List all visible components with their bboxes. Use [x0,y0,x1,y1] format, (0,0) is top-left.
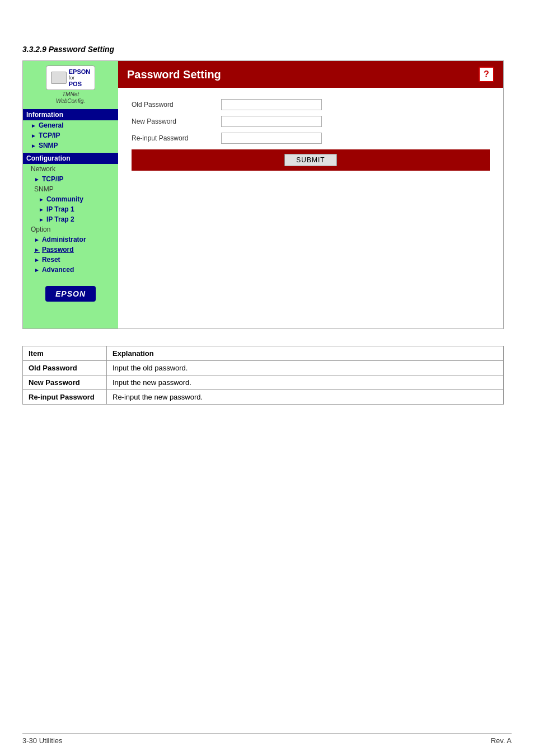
table-cell-explanation: Input the old password. [107,361,504,375]
arrow-icon: ► [39,196,44,203]
arrow-icon: ► [34,267,40,273]
arrow-icon: ► [39,206,44,213]
arrow-icon: ► [34,257,40,263]
table-row: Re-input PasswordRe-input the new passwo… [23,390,504,405]
reference-table: Item Explanation Old PasswordInput the o… [22,346,504,405]
old-password-row: Old Password [132,99,490,110]
sidebar-item-community[interactable]: ► Community [23,194,118,204]
page-footer: 3-30 Utilities Rev. A [22,734,512,745]
help-icon[interactable]: ? [479,67,494,82]
sidebar-item-reset[interactable]: ► Reset [23,255,118,265]
submit-button[interactable]: SUBMIT [284,154,336,166]
arrow-icon: ► [34,247,40,253]
sidebar-item-administrator[interactable]: ► Administrator [23,234,118,245]
epson-brand-label: EPSON [45,286,96,302]
new-password-label: New Password [132,118,221,125]
sidebar-item-iptrap2[interactable]: ► IP Trap 2 [23,214,118,224]
reinput-password-row: Re-input Password [132,133,490,144]
tmnet-label: TMNetWebConfig. [56,91,85,105]
arrow-icon: ► [31,123,36,129]
sidebar-item-snmp-info[interactable]: ► SNMP [23,140,118,151]
arrow-icon: ► [34,237,40,243]
sidebar-item-snmp: SNMP [23,184,118,194]
table-cell-item: Old Password [23,361,107,375]
arrow-icon: ► [31,133,36,139]
sidebar-item-tcpip[interactable]: ► TCP/IP [23,174,118,184]
table-row: New PasswordInput the new password. [23,375,504,390]
new-password-input[interactable] [221,116,322,127]
arrow-icon: ► [31,143,36,149]
sidebar-item-password[interactable]: ► Password [23,245,118,255]
config-header: Configuration [23,153,118,164]
reinput-password-label: Re-input Password [132,134,221,142]
main-content: Password Setting ? Old Password New Pass… [118,61,503,328]
submit-bar: SUBMIT [132,149,490,171]
printer-icon [51,72,67,84]
main-body: Old Password New Password Re-input Passw… [118,88,503,328]
footer-left: 3-30 Utilities [22,736,63,745]
table-cell-explanation: Re-input the new password. [107,390,504,405]
sidebar-item-iptrap1[interactable]: ► IP Trap 1 [23,204,118,214]
table-row: Old PasswordInput the old password. [23,361,504,375]
footer-right: Rev. A [491,736,512,745]
arrow-icon: ► [39,217,44,223]
table-cell-item: Re-input Password [23,390,107,405]
sidebar-logo: EPSON for POS TMNetWebConfig. [23,61,118,107]
old-password-input[interactable] [221,99,322,110]
info-header: Information [23,109,118,120]
sidebar-item-tcpip-info[interactable]: ► TCP/IP [23,130,118,140]
logo-box: EPSON for POS [46,65,96,90]
table-cell-item: New Password [23,375,107,390]
table-header-explanation: Explanation [107,346,504,361]
old-password-label: Old Password [132,101,221,109]
sidebar: EPSON for POS TMNetWebConfig. Informatio… [23,61,118,328]
browser-frame: EPSON for POS TMNetWebConfig. Informatio… [22,60,504,329]
sidebar-item-general[interactable]: ► General [23,120,118,130]
table-cell-explanation: Input the new password. [107,375,504,390]
new-password-row: New Password [132,116,490,127]
reinput-password-input[interactable] [221,133,322,144]
page-title: Password Setting [127,68,221,81]
logo-text: EPSON for POS [69,68,91,87]
main-header: Password Setting ? [118,61,503,88]
arrow-icon: ► [34,176,40,182]
sidebar-item-network: Network [23,164,118,174]
sidebar-item-option: Option [23,224,118,234]
sidebar-item-advanced[interactable]: ► Advanced [23,265,118,275]
section-title: 3.3.2.9 Password Setting [22,45,512,54]
table-header-item: Item [23,346,107,361]
